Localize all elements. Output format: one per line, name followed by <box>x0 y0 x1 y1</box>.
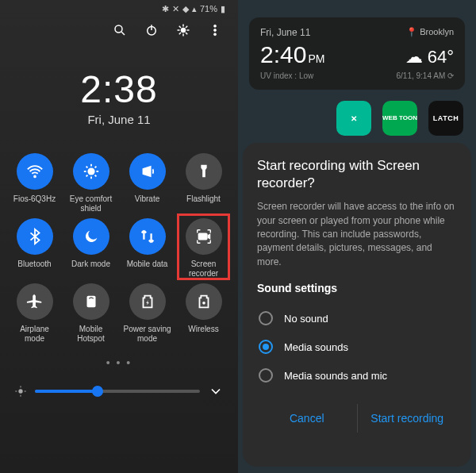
record-icon[interactable] <box>186 218 222 255</box>
toggle-powersave[interactable]: Power saving mode <box>119 283 175 344</box>
svg-point-27 <box>202 302 205 305</box>
flashlight-icon[interactable] <box>186 153 222 190</box>
brightness-fill <box>35 390 98 393</box>
gear-icon[interactable] <box>176 23 190 37</box>
wireless-icon[interactable] <box>186 283 222 320</box>
toggle-label: Wireless <box>188 325 218 334</box>
eyecomfort-icon[interactable] <box>73 153 109 190</box>
toggle-hotspot[interactable]: Mobile Hotspot <box>63 283 119 344</box>
radio-label: Media sounds and mic <box>284 370 387 382</box>
toggle-label: Flashlight <box>186 194 221 204</box>
toggle-label: Power saving mode <box>122 325 173 344</box>
toggle-label: Screen recorder <box>178 260 229 279</box>
weather-clock-card[interactable]: Fri, June 11 📍 Brooklyn 2:40PM ☁ 64° UV … <box>249 17 465 90</box>
bluetooth-icon[interactable] <box>17 218 53 255</box>
svg-point-4 <box>181 28 186 33</box>
svg-line-23 <box>86 175 87 177</box>
radio-icon[interactable] <box>259 340 273 354</box>
card-temp: ☁ 64° <box>405 47 454 67</box>
airplane-icon[interactable] <box>17 283 53 320</box>
home-app-row: ✕ WEB TOON LATCH <box>251 101 463 136</box>
clock-time: 2:38 <box>6 67 232 111</box>
toggle-flashlight[interactable]: Flashlight <box>175 153 232 213</box>
svg-point-15 <box>214 33 217 36</box>
toggle-airplane[interactable]: Airplane mode <box>6 283 63 344</box>
search-icon[interactable] <box>113 23 127 37</box>
page-indicator[interactable]: • • • <box>6 356 232 369</box>
quick-toggle-grid: Fios-6Q3HzEye comfort shieldVibrateFlash… <box>6 153 232 344</box>
svg-line-10 <box>186 33 187 34</box>
powersave-icon[interactable] <box>129 283 166 320</box>
brightness-thumb[interactable] <box>92 386 103 397</box>
radio-icon[interactable] <box>259 311 273 325</box>
svg-point-28 <box>18 389 22 393</box>
cancel-button[interactable]: Cancel <box>257 404 357 433</box>
start-recording-button[interactable]: Start recording <box>358 404 458 433</box>
chevron-down-icon[interactable] <box>208 383 224 399</box>
vibrate-icon[interactable] <box>129 153 166 190</box>
app-icon-webtoon[interactable]: WEB TOON <box>382 101 417 136</box>
clock-block: 2:38 Fri, June 11 <box>6 67 232 126</box>
sound-options-list: No soundMedia soundsMedia sounds and mic <box>257 304 457 390</box>
moon-icon[interactable] <box>73 218 109 255</box>
toggle-record[interactable]: Screen recorder <box>175 218 232 279</box>
dialog-actions: Cancel Start recording <box>257 404 457 433</box>
battery-percent: 71% <box>200 5 217 13</box>
toggle-wireless[interactable]: Wireless <box>175 283 232 344</box>
radio-label: No sound <box>284 313 328 325</box>
screen-recorder-dialog-pane: Fri, June 11 📍 Brooklyn 2:40PM ☁ 64° UV … <box>238 0 476 473</box>
sound-option-2[interactable]: Media sounds and mic <box>257 361 457 390</box>
brightness-track[interactable] <box>35 390 200 393</box>
sound-option-1[interactable]: Media sounds <box>257 333 457 361</box>
svg-line-12 <box>186 26 187 28</box>
toggle-label: Airplane mode <box>10 325 60 344</box>
svg-line-9 <box>179 26 181 28</box>
battery-icon: ▮ <box>221 5 225 13</box>
more-icon[interactable] <box>208 23 222 37</box>
updated-label: 6/11, 9:14 AM ⟳ <box>397 71 455 80</box>
svg-rect-25 <box>198 233 207 240</box>
clock-date: Fri, June 11 <box>6 113 232 126</box>
toggle-label: Bluetooth <box>17 260 51 269</box>
toggle-data[interactable]: Mobile data <box>119 218 175 279</box>
svg-line-22 <box>94 175 96 177</box>
bluetooth-status-icon: ✱ <box>162 5 169 13</box>
status-bar: ✱ ✕ ◆ ▴ 71% ▮ <box>6 0 232 18</box>
toggle-label: Fios-6Q3Hz <box>13 194 56 204</box>
app-icon-x[interactable]: ✕ <box>336 101 371 136</box>
radio-icon[interactable] <box>259 368 273 383</box>
toggle-label: Mobile Hotspot <box>66 325 117 344</box>
hotspot-icon[interactable] <box>73 283 109 320</box>
svg-point-0 <box>115 25 122 33</box>
signal-status-icon: ▴ <box>192 5 197 13</box>
toggle-label: Vibrate <box>135 194 160 204</box>
wifi-icon[interactable] <box>17 153 53 190</box>
screen-recorder-dialog: Start recording with Screen recorder? Sc… <box>243 143 471 467</box>
card-time: 2:40PM <box>260 41 324 68</box>
data-icon[interactable] <box>129 218 166 255</box>
svg-line-11 <box>179 33 181 34</box>
radio-label: Media sounds <box>284 341 348 353</box>
svg-point-14 <box>214 29 217 32</box>
toggle-bluetooth[interactable]: Bluetooth <box>6 218 63 279</box>
svg-line-24 <box>94 167 96 168</box>
svg-line-21 <box>86 167 87 168</box>
toggle-label: Eye comfort shield <box>66 194 117 213</box>
location-label: 📍 Brooklyn <box>406 27 454 38</box>
toggle-wifi[interactable]: Fios-6Q3Hz <box>6 153 63 213</box>
power-icon[interactable] <box>144 23 159 37</box>
sound-option-0[interactable]: No sound <box>257 304 457 333</box>
svg-line-1 <box>121 32 125 35</box>
toggle-vibrate[interactable]: Vibrate <box>119 153 175 213</box>
toggle-eyecomfort[interactable]: Eye comfort shield <box>63 153 119 213</box>
mute-status-icon: ✕ <box>172 5 179 13</box>
uv-label: UV index : Low <box>260 71 313 80</box>
brightness-icon <box>14 385 27 398</box>
app-icon-latch[interactable]: LATCH <box>428 101 463 136</box>
toggle-moon[interactable]: Dark mode <box>63 218 119 279</box>
svg-point-13 <box>214 25 217 27</box>
wifi-status-icon: ◆ <box>182 5 189 13</box>
toggle-label: Mobile data <box>127 260 168 269</box>
dialog-title: Start recording with Screen recorder? <box>257 157 457 192</box>
brightness-slider[interactable] <box>14 383 224 399</box>
